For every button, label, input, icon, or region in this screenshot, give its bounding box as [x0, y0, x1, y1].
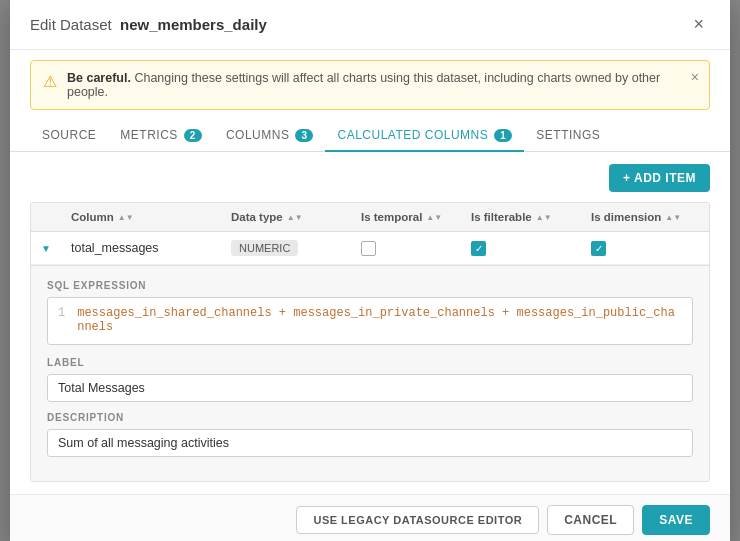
tab-source-label: SOURCE — [42, 128, 96, 142]
modal-title: Edit Dataset new_members_daily — [30, 16, 267, 33]
sql-code: messages_in_shared_channels + messages_i… — [77, 306, 682, 336]
expanded-row-detail: SQL EXPRESSION 1 messages_in_shared_chan… — [31, 265, 709, 481]
th-is-dimension: Is dimension ▲▼ — [581, 203, 701, 231]
tab-columns[interactable]: COLUMNS 3 — [214, 120, 326, 152]
modal-title-prefix: Edit Dataset — [30, 16, 112, 33]
td-expand: ▼ — [31, 233, 61, 263]
tab-calculated-columns[interactable]: CALCULATED COLUMNS 1 — [325, 120, 524, 152]
th-expand — [31, 203, 61, 231]
save-button[interactable]: SAVE — [642, 505, 710, 535]
table-header: Column ▲▼ Data type ▲▼ Is temporal ▲▼ Is… — [31, 203, 709, 232]
temporal-checkbox[interactable] — [361, 241, 376, 256]
tab-metrics-label: METRICS — [120, 128, 178, 142]
sort-dimension-icon: ▲▼ — [665, 213, 681, 222]
td-is-dimension: ✓ — [581, 233, 701, 264]
sort-filterable-icon: ▲▼ — [536, 213, 552, 222]
close-button[interactable]: × — [687, 12, 710, 37]
sort-data-type-icon: ▲▼ — [287, 213, 303, 222]
filterable-checkbox[interactable]: ✓ — [471, 241, 486, 256]
td-is-filterable: ✓ — [461, 233, 581, 264]
toolbar: + ADD ITEM — [30, 164, 710, 192]
sql-expression-label: SQL EXPRESSION — [47, 280, 693, 291]
add-item-button[interactable]: + ADD ITEM — [609, 164, 710, 192]
th-data-type: Data type ▲▼ — [221, 203, 351, 231]
tab-columns-label: COLUMNS — [226, 128, 290, 142]
tab-metrics-badge: 2 — [184, 129, 202, 142]
dimension-checkbox[interactable]: ✓ — [591, 241, 606, 256]
tab-settings-label: SETTINGS — [536, 128, 600, 142]
td-data-type: NUMERIC — [221, 232, 351, 264]
tab-columns-badge: 3 — [295, 129, 313, 142]
data-type-badge: NUMERIC — [231, 240, 298, 256]
warning-icon: ⚠ — [43, 72, 57, 91]
tab-metrics[interactable]: METRICS 2 — [108, 120, 214, 152]
alert-close-button[interactable]: × — [691, 69, 699, 85]
alert-banner: ⚠ Be careful. Changing these settings wi… — [30, 60, 710, 110]
sql-expression-block[interactable]: 1 messages_in_shared_channels + messages… — [47, 297, 693, 345]
legacy-editor-button[interactable]: USE LEGACY DATASOURCE EDITOR — [296, 506, 539, 534]
tab-settings[interactable]: SETTINGS — [524, 120, 612, 152]
modal-header: Edit Dataset new_members_daily × — [10, 0, 730, 50]
table-row: ▼ total_messages NUMERIC ✓ ✓ — [31, 232, 709, 265]
modal-footer: USE LEGACY DATASOURCE EDITOR CANCEL SAVE — [10, 494, 730, 541]
expand-row-button[interactable]: ▼ — [41, 243, 51, 254]
label-input[interactable] — [47, 374, 693, 402]
modal-dataset-name: new_members_daily — [120, 16, 267, 33]
modal-body: + ADD ITEM Column ▲▼ Data type ▲▼ Is tem… — [10, 152, 730, 494]
td-is-temporal — [351, 233, 461, 264]
sort-temporal-icon: ▲▼ — [426, 213, 442, 222]
tab-calculated-columns-label: CALCULATED COLUMNS — [337, 128, 488, 142]
tab-bar: SOURCE METRICS 2 COLUMNS 3 CALCULATED CO… — [10, 120, 730, 152]
description-field-label: DESCRIPTION — [47, 412, 693, 423]
th-is-filterable: Is filterable ▲▼ — [461, 203, 581, 231]
sort-column-icon: ▲▼ — [118, 213, 134, 222]
description-input[interactable] — [47, 429, 693, 457]
th-actions — [701, 203, 710, 231]
tab-source[interactable]: SOURCE — [30, 120, 108, 152]
alert-text: Be careful. Changing these settings will… — [67, 71, 697, 99]
label-field-label: LABEL — [47, 357, 693, 368]
cancel-button[interactable]: CANCEL — [547, 505, 634, 535]
th-is-temporal: Is temporal ▲▼ — [351, 203, 461, 231]
modal: Edit Dataset new_members_daily × ⚠ Be ca… — [10, 0, 730, 541]
th-column: Column ▲▼ — [61, 203, 221, 231]
tab-calculated-columns-badge: 1 — [494, 129, 512, 142]
modal-overlay: Edit Dataset new_members_daily × ⚠ Be ca… — [0, 0, 740, 541]
td-delete: 🗑 — [701, 232, 710, 264]
data-table: Column ▲▼ Data type ▲▼ Is temporal ▲▼ Is… — [30, 202, 710, 482]
line-number: 1 — [58, 306, 65, 336]
td-column-name: total_messages — [61, 233, 221, 263]
